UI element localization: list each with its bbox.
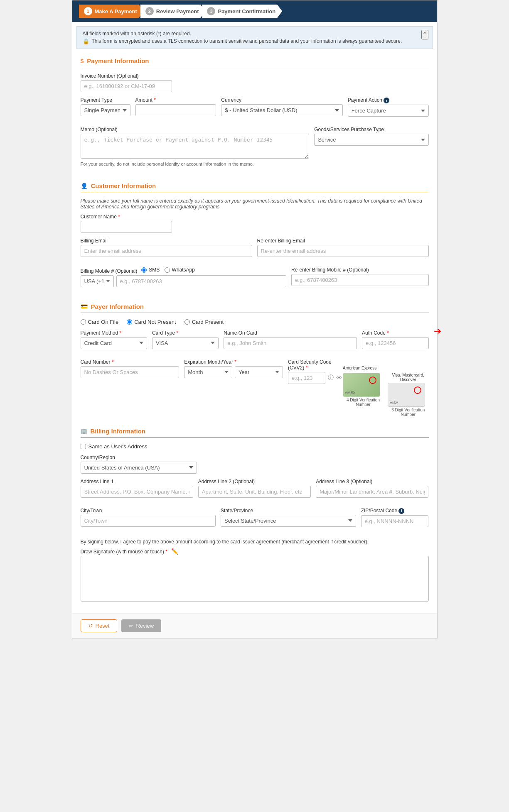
cvv-eye-icon[interactable]: 👁 xyxy=(336,374,342,381)
invoice-input[interactable] xyxy=(81,80,172,92)
button-row: ↺ Reset ✏ Review xyxy=(72,613,437,638)
amex-sub-label: 4 Digit Verification Number xyxy=(343,398,384,407)
payment-type-select[interactable]: Single Payment xyxy=(81,104,130,116)
expiry-year-select[interactable]: Year 202420252026 2027202820292030 xyxy=(235,366,283,378)
country-code-select[interactable]: USA (+1) xyxy=(81,275,114,287)
mobile-field: Billing Mobile # (Optional) SMS WhatsApp… xyxy=(81,267,287,287)
addr1-label: Address Line 1 xyxy=(81,479,193,484)
card-not-present-label: Card Not Present xyxy=(134,319,176,325)
cvv-field: Card Security Code (CVV2) * ⓘ 👁 xyxy=(288,359,338,384)
addr2-field: Address Line 2 (Optional) xyxy=(198,479,311,498)
expiry-label: Expiration Month/Year * xyxy=(184,359,283,365)
security-note: This form is encrypted and uses a TLS co… xyxy=(92,38,402,44)
step-2[interactable]: 2 Review Payment xyxy=(140,5,206,18)
email-field: Billing Email xyxy=(81,238,252,257)
state-field: State/Province Select State/Province xyxy=(221,508,356,527)
zip-info-icon[interactable]: i xyxy=(398,508,404,514)
goods-label: Goods/Services Purchase Type xyxy=(314,127,428,132)
steps-header: 1 Make A Payment 2 Review Payment 3 Paym… xyxy=(72,0,437,22)
city-field: City/Town xyxy=(81,508,216,527)
card-type-select[interactable]: VISA Mastercard American Express Discove… xyxy=(152,337,219,349)
goods-select[interactable]: Service Goods Other xyxy=(314,134,428,146)
re-mobile-label: Re-enter Billing Mobile # (Optional) xyxy=(291,267,428,273)
review-button[interactable]: ✏ Review xyxy=(121,619,161,632)
re-mobile-input[interactable] xyxy=(291,274,428,286)
info-bar: ⌃ All fields marked with an asterisk (*)… xyxy=(76,26,433,49)
signature-field: Draw Signature (with mouse or touch) * ✏… xyxy=(81,548,429,602)
amount-input[interactable]: 100.00 xyxy=(135,104,216,116)
card-section-icon: 💳 xyxy=(81,303,88,310)
currency-select[interactable]: $ - United States Dollar (USD) xyxy=(221,104,342,116)
cvv-info-icon[interactable]: ⓘ xyxy=(328,374,334,382)
same-address-label[interactable]: Same as User's Address xyxy=(89,443,148,450)
billing-section-title: 🏢 Billing Information xyxy=(81,428,429,438)
step-1[interactable]: 1 Make A Payment xyxy=(79,5,144,18)
sign-agreement-note: By signing below, I agree to pay the abo… xyxy=(81,539,429,545)
payment-information-section: $ Payment Information Invoice Number (Op… xyxy=(72,53,437,178)
same-address-row: Same as User's Address xyxy=(81,443,429,450)
pencil-icon: ✏ xyxy=(129,623,133,629)
expiry-field: Expiration Month/Year * Month 01020304 0… xyxy=(184,359,283,384)
addr2-input[interactable] xyxy=(198,486,311,498)
required-note: All fields marked with an asterisk (*) a… xyxy=(83,31,427,37)
step-3[interactable]: 3 Payment Confirmation xyxy=(202,5,282,18)
card-options-group: Card On File Card Not Present Card Prese… xyxy=(81,319,429,325)
country-label: Country/Region xyxy=(81,455,429,460)
building-icon: 🏢 xyxy=(81,428,87,434)
memo-input[interactable] xyxy=(81,134,310,159)
card-on-file-option[interactable]: Card On File xyxy=(81,319,119,325)
auth-code-input[interactable] xyxy=(362,337,428,349)
payment-action-field: Payment Action i Force Capture xyxy=(348,97,429,117)
card-present-option[interactable]: Card Present xyxy=(184,319,224,325)
re-email-input[interactable] xyxy=(257,245,429,257)
payment-action-info-icon[interactable]: i xyxy=(384,98,389,103)
addr1-input[interactable] xyxy=(81,486,193,498)
city-input[interactable] xyxy=(81,515,216,527)
card-number-input[interactable] xyxy=(81,366,180,378)
card-present-radio[interactable] xyxy=(184,319,190,325)
mobile-label: Billing Mobile # (Optional) SMS WhatsApp xyxy=(81,267,287,274)
customer-information-section: 👤 Customer Information Please make sure … xyxy=(72,178,437,299)
cvv-input[interactable] xyxy=(288,372,325,384)
mobile-input[interactable] xyxy=(116,275,287,287)
payment-action-select[interactable]: Force Capture xyxy=(348,105,429,117)
card-not-present-radio[interactable] xyxy=(127,319,132,325)
customer-name-input[interactable]: John Smith xyxy=(81,221,172,233)
zip-field: ZIP/Postal Code i xyxy=(361,508,429,527)
re-email-label: Re-enter Billing Email xyxy=(257,238,429,244)
payment-type-label: Payment Type xyxy=(81,97,130,103)
card-on-file-label: Card On File xyxy=(88,319,119,325)
payment-method-select[interactable]: Credit Card xyxy=(81,337,147,349)
collapse-button[interactable]: ⌃ xyxy=(421,30,428,39)
card-type-field: Card Type * VISA Mastercard American Exp… xyxy=(152,330,219,349)
memo-field: Memo (Optional) For your security, do no… xyxy=(81,127,310,166)
name-on-card-input[interactable] xyxy=(224,337,357,349)
signature-canvas[interactable] xyxy=(81,556,429,602)
whatsapp-radio[interactable] xyxy=(165,267,170,273)
payment-method-field: Payment Method * Credit Card xyxy=(81,330,147,349)
card-on-file-radio[interactable] xyxy=(81,319,86,325)
email-label: Billing Email xyxy=(81,238,252,244)
sms-radio[interactable] xyxy=(141,267,147,273)
same-address-checkbox[interactable] xyxy=(81,444,86,449)
step-2-label: Review Payment xyxy=(156,8,199,15)
amount-label: Amount * xyxy=(135,97,216,103)
state-select[interactable]: Select State/Province xyxy=(221,515,356,527)
city-label: City/Town xyxy=(81,508,216,514)
signature-label: Draw Signature (with mouse or touch) * ✏… xyxy=(81,548,429,555)
country-select[interactable]: United States of America (USA) xyxy=(81,462,197,474)
memo-label: Memo (Optional) xyxy=(81,127,310,132)
auth-code-field: Auth Code * ➔ xyxy=(362,330,428,349)
reset-button[interactable]: ↺ Reset xyxy=(81,619,118,632)
card-not-present-option[interactable]: Card Not Present xyxy=(127,319,176,325)
email-input[interactable] xyxy=(81,245,252,257)
signature-icon: ✏️ xyxy=(171,548,178,555)
amex-circle xyxy=(369,377,376,384)
country-field: Country/Region United States of America … xyxy=(81,455,429,474)
cvv-label: Card Security Code (CVV2) * xyxy=(288,359,338,371)
expiry-month-select[interactable]: Month 01020304 05060708 09101112 xyxy=(184,366,232,378)
customer-name-field: Customer Name * John Smith xyxy=(81,214,429,233)
lock-icon: 🔒 xyxy=(83,38,89,44)
zip-input[interactable] xyxy=(361,515,429,527)
addr3-input[interactable] xyxy=(316,486,428,498)
